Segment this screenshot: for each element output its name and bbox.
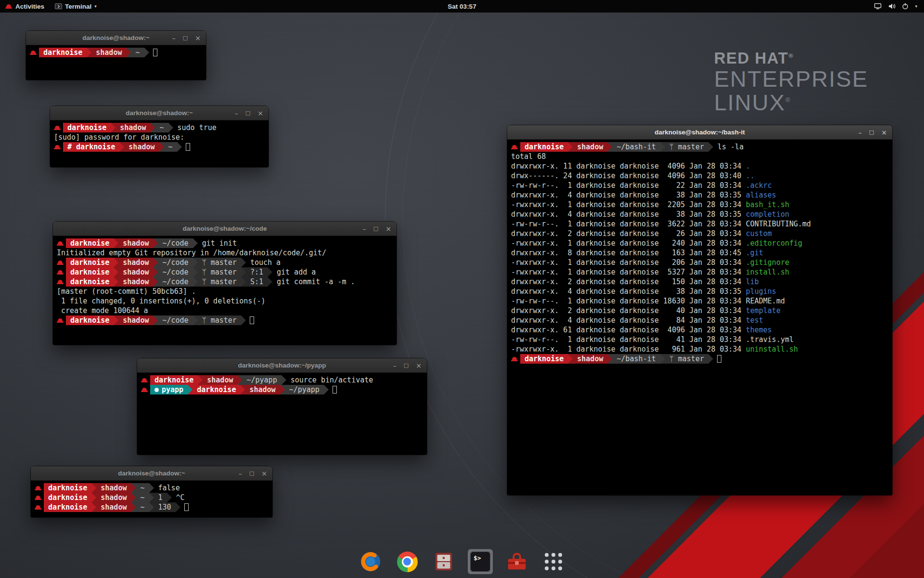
terminal-line: drwxrwxr-x. 4 darknoise darknoise 38 Jan… bbox=[511, 210, 888, 219]
chrome-icon bbox=[397, 552, 418, 572]
file-name: lib bbox=[746, 277, 759, 287]
dock-item-app-grid[interactable] bbox=[541, 549, 566, 574]
ls-row-meta: -rw-rw-r--. 1 darknoise darknoise 41 Jan… bbox=[511, 335, 746, 344]
maximize-button[interactable]: □ bbox=[869, 125, 874, 140]
terminal-content[interactable]: darknoiseshadow~ bbox=[26, 45, 206, 80]
terminal-content[interactable]: darknoiseshadow~/bash-itᛘ master ls -lat… bbox=[507, 140, 892, 495]
terminal-content[interactable]: darknoiseshadow~ sudo true[sudo] passwor… bbox=[50, 120, 269, 167]
terminal-content[interactable]: darknoiseshadow~ falsedarknoiseshadow~1 … bbox=[31, 481, 272, 517]
minimize-button[interactable]: – bbox=[235, 106, 238, 120]
close-button[interactable]: × bbox=[416, 358, 422, 373]
powerline-separator bbox=[153, 267, 158, 277]
close-button[interactable]: × bbox=[881, 125, 887, 140]
terminal-line: -rwxrwxr-x. 1 darknoise darknoise 240 Ja… bbox=[511, 238, 888, 248]
app-menu-terminal[interactable]: Terminal ▾ bbox=[50, 0, 102, 13]
close-button[interactable]: × bbox=[257, 106, 263, 120]
minimize-button[interactable]: – bbox=[363, 222, 366, 236]
powerline-separator bbox=[149, 493, 154, 502]
terminal-content[interactable]: darknoiseshadow~/code git initInitialize… bbox=[53, 236, 397, 345]
clock[interactable]: Sat 03:57 bbox=[448, 3, 476, 10]
powerline-separator bbox=[193, 238, 198, 248]
dock-item-file-cabinet[interactable] bbox=[431, 549, 456, 574]
minimize-button[interactable]: – bbox=[393, 358, 397, 373]
powerline-separator bbox=[131, 483, 136, 493]
terminal-window-pyapp[interactable]: darknoise@shadow:~/pyapp – □ × darknoise… bbox=[137, 358, 427, 455]
prompt-segment-path: ~/code bbox=[158, 315, 192, 325]
powerline-separator bbox=[568, 354, 573, 364]
file-name: .ackrc bbox=[746, 181, 772, 190]
ls-row-meta: drwxrwxr-x. 2 darknoise darknoise 150 Ja… bbox=[511, 277, 746, 287]
terminal-window-home-1[interactable]: darknoise@shadow:~ – □ × darknoiseshadow… bbox=[26, 31, 206, 80]
prompt-segment-path: ~/code bbox=[158, 238, 192, 248]
terminal-window-code[interactable]: darknoise@shadow:~/code – □ × darknoises… bbox=[53, 222, 397, 345]
terminal-line: darknoiseshadow~/codeᛘ masterS:1 git com… bbox=[57, 277, 393, 287]
powerline-separator bbox=[131, 502, 136, 512]
terminal-text: sudo true bbox=[173, 123, 217, 132]
titlebar[interactable]: darknoise@shadow:~/bash-it – □ × bbox=[507, 125, 892, 140]
minimize-button[interactable]: – bbox=[172, 31, 176, 45]
terminal-window-bash-it[interactable]: darknoise@shadow:~/bash-it – □ × darknoi… bbox=[507, 125, 892, 495]
dock: $> bbox=[358, 549, 566, 574]
titlebar[interactable]: darknoise@shadow:~ – □ × bbox=[31, 466, 272, 481]
terminal-line: [sudo] password for darknoise: bbox=[54, 132, 265, 142]
top-bar: Activities Terminal ▾ Sat 03:57 ▾ bbox=[0, 0, 924, 13]
dock-item-terminal[interactable]: $> bbox=[468, 549, 493, 574]
powerline-separator bbox=[237, 375, 242, 385]
close-button[interactable]: × bbox=[261, 466, 267, 481]
powerline-separator bbox=[153, 315, 158, 325]
brand-redhat: RED HAT bbox=[714, 49, 789, 67]
prompt-segment-path: ~/bash-it bbox=[612, 354, 660, 364]
powerline-separator bbox=[176, 502, 180, 512]
file-name: template bbox=[746, 306, 781, 315]
prompt-segment-user: darknoise bbox=[63, 123, 111, 132]
titlebar[interactable]: darknoise@shadow:~ – □ × bbox=[50, 106, 269, 120]
prompt-segment-user: darknoise bbox=[44, 493, 91, 502]
minimize-button[interactable]: – bbox=[239, 466, 242, 481]
titlebar[interactable]: darknoise@shadow:~/code – □ × bbox=[53, 222, 397, 236]
maximize-button[interactable]: □ bbox=[404, 358, 409, 373]
terminal-line: darknoiseshadow~ bbox=[30, 48, 202, 57]
prompt-segment-path: ~ bbox=[131, 48, 144, 57]
ls-row-meta: -rwxrwxr-x. 1 darknoise darknoise 961 Ja… bbox=[511, 344, 746, 354]
powerline-separator bbox=[131, 493, 136, 502]
app-grid-icon bbox=[545, 553, 562, 570]
terminal-text: create mode 100644 a bbox=[57, 306, 148, 315]
powerline-separator bbox=[193, 315, 198, 325]
ls-row-meta: -rwxrwxr-x. 1 darknoise darknoise 2205 J… bbox=[511, 200, 746, 210]
prompt-segment-git: ᛘ master bbox=[198, 315, 241, 325]
maximize-button[interactable]: □ bbox=[373, 222, 378, 236]
dock-item-firefox[interactable] bbox=[358, 549, 383, 574]
window-title: darknoise@shadow:~/pyapp bbox=[137, 362, 427, 369]
titlebar[interactable]: darknoise@shadow:~/pyapp – □ × bbox=[137, 358, 427, 373]
powerline-separator bbox=[177, 142, 182, 152]
ls-row-meta: -rwxrwxr-x. 1 darknoise darknoise 240 Ja… bbox=[511, 238, 746, 248]
terminal-content[interactable]: darknoiseshadow~/pyapp source bin/activa… bbox=[137, 373, 427, 455]
ls-row-meta: -rw-rw-r--. 1 darknoise darknoise 22 Jan… bbox=[511, 181, 746, 190]
minimize-button[interactable]: – bbox=[859, 125, 862, 140]
redhat-icon bbox=[5, 3, 12, 10]
dock-item-chrome[interactable] bbox=[395, 549, 420, 574]
terminal-window-home-2[interactable]: darknoise@shadow:~ – □ × darknoiseshadow… bbox=[31, 466, 272, 517]
titlebar[interactable]: darknoise@shadow:~ – □ × bbox=[26, 31, 206, 45]
ls-row-meta: -rw-rw-r--. 1 darknoise darknoise 3622 J… bbox=[511, 219, 746, 229]
ls-row-meta: drwx------. 24 darknoise darknoise 4096 … bbox=[511, 171, 746, 181]
close-button[interactable]: × bbox=[195, 31, 201, 45]
powerline-separator bbox=[149, 483, 154, 493]
powerline-separator bbox=[91, 493, 96, 502]
prompt-segment-user: darknoise bbox=[520, 354, 568, 364]
ls-row-meta: drwxrwxr-x. 8 darknoise darknoise 163 Ja… bbox=[511, 248, 746, 258]
close-button[interactable]: × bbox=[385, 222, 391, 236]
maximize-button[interactable]: □ bbox=[183, 31, 188, 45]
maximize-button[interactable]: □ bbox=[249, 466, 254, 481]
terminal-cursor bbox=[184, 503, 189, 511]
system-menu[interactable]: ▾ bbox=[874, 0, 924, 13]
volume-icon bbox=[888, 3, 896, 10]
ls-row-meta: -rwxrwxr-x. 1 darknoise darknoise 206 Ja… bbox=[511, 258, 746, 267]
terminal-text: [master (root-commit) 50bcb63] . bbox=[57, 287, 196, 296]
terminal-window-sudo[interactable]: darknoise@shadow:~ – □ × darknoiseshadow… bbox=[50, 106, 269, 167]
maximize-button[interactable]: □ bbox=[245, 106, 250, 120]
dock-item-toolbox[interactable] bbox=[504, 549, 529, 574]
terminal-line: drwxrwxr-x. 61 darknoise darknoise 4096 … bbox=[511, 325, 888, 335]
activities-button[interactable]: Activities bbox=[0, 0, 50, 13]
terminal-line: drwx------. 24 darknoise darknoise 4096 … bbox=[511, 171, 888, 181]
